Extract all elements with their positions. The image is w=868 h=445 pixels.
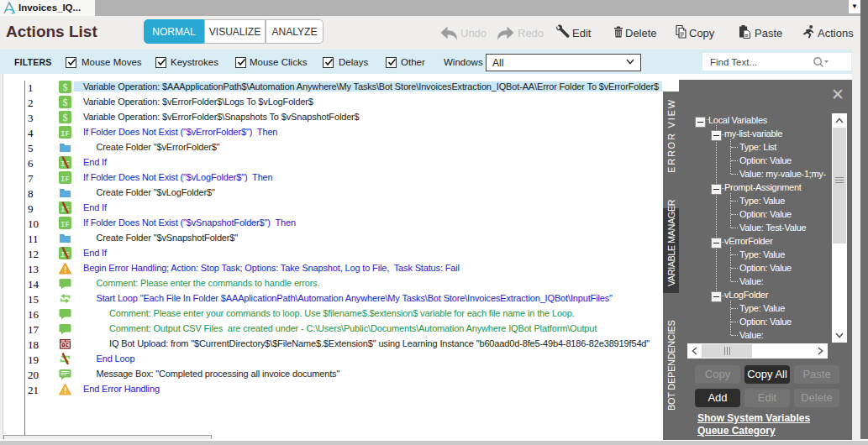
svg-text:$: $ [63, 97, 68, 108]
svg-text:$: $ [63, 81, 68, 93]
svg-text:IF: IF [60, 221, 70, 229]
svg-text:$: $ [63, 112, 68, 123]
svg-text:IF: IF [60, 175, 70, 184]
svg-text:IF: IF [60, 130, 70, 139]
